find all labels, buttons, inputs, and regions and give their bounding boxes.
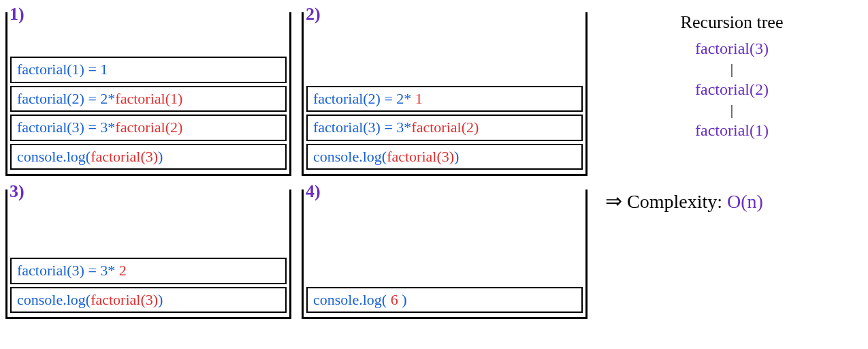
frame-text: console.log( <box>313 148 387 165</box>
stack-frame: console.log(factorial(3)) <box>10 144 287 170</box>
complexity-value: O(n) <box>727 191 763 212</box>
arrow-icon: ⇒ <box>605 189 622 212</box>
stack-container: factorial(3) = 3* 2console.log(factorial… <box>5 189 291 319</box>
call-stack-1: 1)factorial(1) = 1factorial(2) = 2*facto… <box>5 5 291 176</box>
frame-text: 2 <box>119 262 127 279</box>
stack-label: 1) <box>10 4 25 25</box>
call-stack-3: 3)factorial(3) = 3* 2console.log(factori… <box>5 183 291 319</box>
stack-frame: console.log(factorial(3)) <box>306 144 583 170</box>
call-stack-grid: 1)factorial(1) = 1factorial(2) = 2*facto… <box>5 5 588 319</box>
tree-connector: | <box>605 100 858 120</box>
call-stack-4: 4)console.log( 6 ) <box>302 183 588 319</box>
frame-text: console.log( <box>313 291 391 308</box>
stack-frame: console.log( 6 ) <box>306 287 583 313</box>
stack-label: 2) <box>306 4 321 25</box>
frame-text: ) <box>454 148 459 165</box>
complexity-label: Complexity: <box>627 191 722 212</box>
stack-frame: factorial(3) = 3*factorial(2) <box>306 115 583 140</box>
frame-text: factorial(2) <box>115 119 182 136</box>
call-stack-2: 2)factorial(2) = 2* 1factorial(3) = 3*fa… <box>302 5 588 176</box>
tree-node: factorial(3) <box>605 38 858 59</box>
frame-text: ) <box>158 291 163 308</box>
stack-frame: factorial(1) = 1 <box>10 57 287 82</box>
frame-text: factorial(2) = 2* <box>17 90 115 107</box>
frame-text: 1 <box>100 61 108 78</box>
frame-text: factorial(3) <box>91 291 158 308</box>
stack-container: factorial(2) = 2* 1factorial(3) = 3*fact… <box>302 12 588 176</box>
frame-text: 1 <box>415 90 423 107</box>
frame-text: ) <box>158 148 163 165</box>
recursion-tree-title: Recursion tree <box>605 12 858 33</box>
side-panel: Recursion tree factorial(3)|factorial(2)… <box>601 5 863 319</box>
stack-frame: factorial(2) = 2*factorial(1) <box>10 86 287 112</box>
frame-text: factorial(2) = 2* <box>313 90 415 107</box>
stack-label: 4) <box>306 181 321 202</box>
frame-text: console.log( <box>17 148 91 165</box>
frame-text: factorial(3) = 3* <box>17 262 119 279</box>
stack-container: console.log( 6 ) <box>302 189 588 319</box>
complexity-note: ⇒ Complexity: O(n) <box>605 189 858 213</box>
stack-frame: factorial(3) = 3*factorial(2) <box>10 115 287 140</box>
stack-frame: console.log(factorial(3)) <box>10 287 287 313</box>
frame-text: factorial(1) <box>115 90 182 107</box>
frame-text: factorial(3) = 3* <box>313 119 411 136</box>
tree-node: factorial(2) <box>605 79 858 100</box>
tree-node: factorial(1) <box>605 120 858 141</box>
frame-text: factorial(3) <box>91 148 158 165</box>
recursion-tree: factorial(3)|factorial(2)|factorial(1) <box>605 38 858 141</box>
frame-text: ) <box>398 291 407 308</box>
stack-label: 3) <box>10 181 25 202</box>
frame-text: factorial(3) = 3* <box>17 119 115 136</box>
frame-text: 6 <box>391 291 398 308</box>
frame-text: factorial(1) = <box>17 61 100 78</box>
frame-text: factorial(3) <box>387 148 454 165</box>
stack-frame: factorial(2) = 2* 1 <box>306 86 583 112</box>
frame-text: factorial(2) <box>411 119 479 136</box>
stack-frame: factorial(3) = 3* 2 <box>10 258 287 284</box>
frame-text: console.log( <box>17 291 91 308</box>
tree-connector: | <box>605 59 858 79</box>
stack-container: factorial(1) = 1factorial(2) = 2*factori… <box>5 12 291 176</box>
